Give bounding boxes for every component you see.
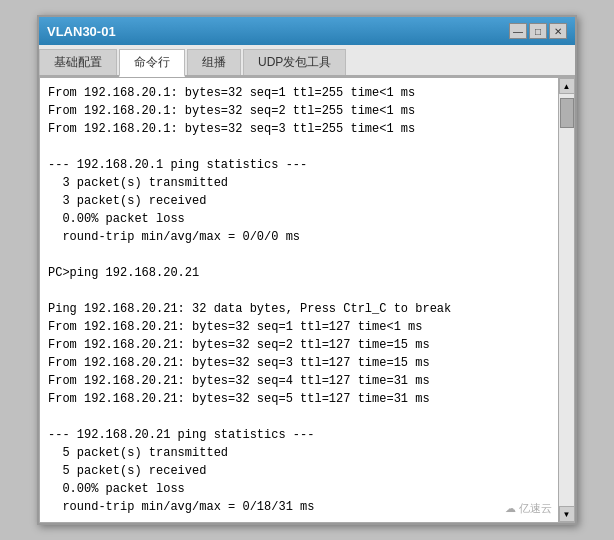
window-controls: — □ ✕ (509, 23, 567, 39)
minimize-button[interactable]: — (509, 23, 527, 39)
title-bar: VLAN30-01 — □ ✕ (39, 17, 575, 45)
scrollbar-thumb[interactable] (560, 98, 574, 128)
window-title: VLAN30-01 (47, 24, 116, 39)
scroll-up-button[interactable]: ▲ (559, 78, 575, 94)
tab-command-line[interactable]: 命令行 (119, 49, 185, 77)
terminal-output[interactable]: From 192.168.20.1: bytes=32 seq=1 ttl=25… (40, 78, 558, 522)
watermark: ☁ 亿速云 (505, 501, 552, 516)
close-button[interactable]: ✕ (549, 23, 567, 39)
scroll-down-button[interactable]: ▼ (559, 506, 575, 522)
terminal-area: From 192.168.20.1: bytes=32 seq=1 ttl=25… (39, 77, 575, 523)
scrollbar: ▲ ▼ (558, 78, 574, 522)
main-window: VLAN30-01 — □ ✕ 基础配置 命令行 组播 UDP发包工具 From… (37, 15, 577, 525)
tab-multicast[interactable]: 组播 (187, 49, 241, 75)
tab-basic-config[interactable]: 基础配置 (39, 49, 117, 75)
tab-bar: 基础配置 命令行 组播 UDP发包工具 (39, 45, 575, 77)
tab-udp-tool[interactable]: UDP发包工具 (243, 49, 346, 75)
maximize-button[interactable]: □ (529, 23, 547, 39)
scrollbar-track[interactable] (559, 94, 574, 506)
